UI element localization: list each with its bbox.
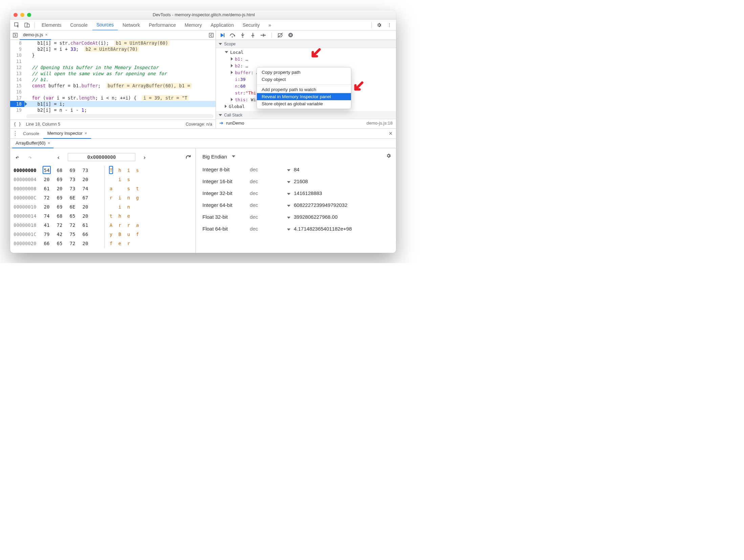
devtools-window: DevTools - memory-inspector.glitch.me/de… xyxy=(10,10,396,253)
tab-application[interactable]: Application xyxy=(206,20,238,30)
pause-exceptions-icon[interactable] xyxy=(287,32,293,38)
drawer: ⋮ ConsoleMemory Inspector× × ArrayBuffer… xyxy=(10,129,396,253)
pretty-print-icon[interactable]: { } xyxy=(14,122,21,127)
file-tab-demo-js[interactable]: demo-js.js × xyxy=(20,30,51,40)
scope-local-header[interactable]: Local xyxy=(216,49,396,56)
tab-security[interactable]: Security xyxy=(239,20,264,30)
annotation-arrow-icon xyxy=(352,81,364,93)
more-vertical-icon[interactable]: ⋮ xyxy=(12,130,19,137)
memory-inspector-buffer-tabs: ArrayBuffer(60) × xyxy=(10,139,396,148)
menu-item[interactable]: Reveal in Memory Inspector panel xyxy=(257,93,351,100)
horizontal-scrollbar[interactable] xyxy=(26,114,214,118)
svg-point-6 xyxy=(232,36,233,37)
tab-performance[interactable]: Performance xyxy=(145,20,180,30)
tab-network[interactable]: Network xyxy=(118,20,144,30)
callstack-frame[interactable]: ➔ runDemo demo-js.js:18 xyxy=(216,119,396,127)
editor-status-bar: { } Line 18, Column 5 Coverage: n/a xyxy=(10,120,216,128)
snippets-toggle-icon[interactable] xyxy=(207,31,216,40)
window-close-dot[interactable] xyxy=(14,13,18,17)
value-readout: 3992806227968.00 xyxy=(294,214,391,220)
scope-header[interactable]: Scope xyxy=(216,40,396,48)
close-icon[interactable]: × xyxy=(45,32,48,37)
scope-var-b1[interactable]: b1: … xyxy=(216,56,396,62)
step-out-icon[interactable] xyxy=(250,32,256,38)
tab-sources[interactable]: Sources xyxy=(92,20,118,30)
value-mode-select[interactable]: dec xyxy=(250,190,287,196)
drawer-tab-memory-inspector[interactable]: Memory Inspector× xyxy=(43,129,91,139)
window-max-dot[interactable] xyxy=(27,13,31,17)
buffer-tab[interactable]: ArrayBuffer(60) × xyxy=(12,139,53,148)
value-readout: 6082227239949792032 xyxy=(294,202,391,208)
debugger-toolbar xyxy=(216,30,396,40)
tabs-overflow[interactable]: » xyxy=(264,20,275,30)
svg-rect-5 xyxy=(224,33,224,37)
code-editor[interactable]: 8 b1[i] = str.charCodeAt(i); b1 = Uint8A… xyxy=(10,40,216,113)
address-input[interactable] xyxy=(68,153,135,161)
tab-console[interactable]: Console xyxy=(66,20,91,30)
menu-item[interactable]: Copy property path xyxy=(257,69,351,76)
chevron-down-icon[interactable] xyxy=(287,181,290,183)
memory-hex-panel: ↶ ↷ ‹ › 0000000054686973This000000042069… xyxy=(10,148,196,253)
main-tabstrip: ElementsConsoleSourcesNetworkPerformance… xyxy=(10,20,396,30)
svg-point-8 xyxy=(252,33,253,34)
device-toolbar-icon[interactable] xyxy=(22,20,32,30)
tab-memory[interactable]: Memory xyxy=(181,20,206,30)
close-icon[interactable]: × xyxy=(85,131,87,136)
value-mode-select[interactable]: dec xyxy=(250,202,287,208)
value-mode-select[interactable]: dec xyxy=(250,226,287,232)
step-over-icon[interactable] xyxy=(229,32,236,38)
menu-item[interactable]: Store object as global variable xyxy=(257,100,351,107)
value-readout: 1416128883 xyxy=(294,190,391,196)
navigator-toggle-icon[interactable] xyxy=(11,31,20,40)
more-vertical-icon[interactable]: ⋮ xyxy=(385,20,394,30)
settings-gear-icon[interactable] xyxy=(374,20,384,30)
endian-select[interactable]: Big Endian xyxy=(202,154,227,159)
chevron-down-icon[interactable] xyxy=(232,155,235,157)
value-type-label: Integer 8-bit xyxy=(202,167,250,172)
value-mode-select[interactable]: dec xyxy=(250,167,287,172)
deactivate-breakpoints-icon[interactable] xyxy=(277,32,283,38)
settings-gear-icon[interactable] xyxy=(386,153,391,160)
resume-icon[interactable] xyxy=(219,32,225,38)
menu-item[interactable]: Add property path to watch xyxy=(257,86,351,93)
value-readout: 21608 xyxy=(294,178,391,184)
chevron-down-icon[interactable] xyxy=(287,169,290,171)
svg-rect-4 xyxy=(209,33,213,37)
tab-elements[interactable]: Elements xyxy=(38,20,65,30)
value-readout: 4.171482365401182e+98 xyxy=(294,226,391,232)
file-tab-label: demo-js.js xyxy=(23,32,43,37)
inspect-element-icon[interactable] xyxy=(12,20,22,30)
step-into-icon[interactable] xyxy=(240,32,246,38)
chevron-down-icon[interactable] xyxy=(287,205,290,207)
svg-point-7 xyxy=(242,36,243,37)
svg-rect-3 xyxy=(13,33,17,37)
memory-values-panel: Big Endian Integer 8-bitdec84Integer 16-… xyxy=(196,148,396,253)
sources-editor-pane: demo-js.js × 8 b1[i] = str.charCodeAt(i)… xyxy=(10,30,216,128)
value-type-label: Integer 32-bit xyxy=(202,190,250,196)
value-readout: 84 xyxy=(294,167,391,172)
refresh-icon[interactable] xyxy=(184,153,192,161)
page-prev-icon[interactable]: ‹ xyxy=(55,153,62,161)
value-mode-select[interactable]: dec xyxy=(250,214,287,220)
history-back-icon[interactable]: ↶ xyxy=(14,153,21,161)
value-type-label: Float 32-bit xyxy=(202,214,250,220)
svg-point-9 xyxy=(265,35,266,36)
close-icon[interactable]: × xyxy=(48,141,50,146)
page-next-icon[interactable]: › xyxy=(141,153,148,161)
chevron-down-icon[interactable] xyxy=(287,193,290,195)
hex-table[interactable]: 0000000054686973This0000000420697320 is … xyxy=(14,166,192,248)
value-type-label: Integer 64-bit xyxy=(202,202,250,208)
svg-rect-12 xyxy=(290,34,290,36)
window-min-dot[interactable] xyxy=(20,13,24,17)
chevron-down-icon[interactable] xyxy=(287,229,290,231)
drawer-tab-console[interactable]: Console xyxy=(19,129,43,139)
debugger-pane: Scope Local b1: …b2: …buffer: ArrayBuffe… xyxy=(216,30,396,128)
callstack-header[interactable]: Call Stack xyxy=(216,111,396,119)
history-fwd-icon[interactable]: ↷ xyxy=(26,153,34,161)
value-mode-select[interactable]: dec xyxy=(250,178,287,184)
cursor-position: Line 18, Column 5 xyxy=(26,122,60,127)
step-icon[interactable] xyxy=(260,32,266,38)
close-icon[interactable]: × xyxy=(387,130,395,137)
menu-item[interactable]: Copy object xyxy=(257,76,351,83)
chevron-down-icon[interactable] xyxy=(287,217,290,219)
